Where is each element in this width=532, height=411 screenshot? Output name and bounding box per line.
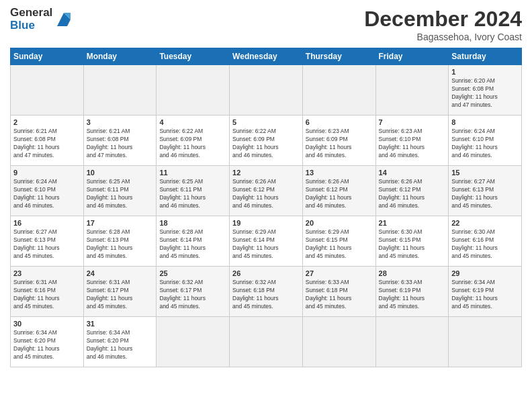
day-info: Sunrise: 6:22 AMSunset: 6:09 PMDaylight:… <box>159 128 206 158</box>
calendar-cell <box>230 65 303 116</box>
calendar-cell: 18Sunrise: 6:28 AMSunset: 6:14 PMDayligh… <box>157 216 230 267</box>
day-number: 9 <box>13 169 81 177</box>
day-number: 4 <box>159 118 226 126</box>
day-info: Sunrise: 6:32 AMSunset: 6:17 PMDaylight:… <box>159 279 206 310</box>
calendar-cell: 24Sunrise: 6:31 AMSunset: 6:17 PMDayligh… <box>83 267 157 317</box>
day-info: Sunrise: 6:32 AMSunset: 6:18 PMDaylight:… <box>232 279 279 310</box>
logo-text-general: General <box>10 7 52 19</box>
day-number: 1 <box>451 68 519 76</box>
calendar-cell: 3Sunrise: 6:21 AMSunset: 6:08 PMDaylight… <box>83 116 157 166</box>
day-number: 3 <box>87 118 154 126</box>
day-number: 19 <box>232 219 300 227</box>
day-number: 12 <box>232 169 300 177</box>
subtitle: Bagassehoa, Ivory Coast <box>364 32 522 42</box>
calendar-cell: 31Sunrise: 6:34 AMSunset: 6:20 PMDayligh… <box>83 317 157 367</box>
calendar-cell <box>375 65 449 116</box>
day-info: Sunrise: 6:29 AMSunset: 6:14 PMDaylight:… <box>232 228 279 259</box>
calendar-cell: 7Sunrise: 6:23 AMSunset: 6:10 PMDaylight… <box>375 116 449 166</box>
calendar-cell: 1Sunrise: 6:20 AMSunset: 6:08 PMDaylight… <box>449 65 522 116</box>
day-info: Sunrise: 6:31 AMSunset: 6:16 PMDaylight:… <box>13 279 60 310</box>
logo-icon <box>54 9 74 30</box>
day-number: 6 <box>306 118 373 126</box>
logo: General Blue <box>10 7 74 32</box>
calendar-header-row: Sunday Monday Tuesday Wednesday Thursday… <box>11 48 522 65</box>
calendar-cell <box>302 65 375 116</box>
calendar-week-row: 2Sunrise: 6:21 AMSunset: 6:08 PMDaylight… <box>11 116 522 166</box>
day-info: Sunrise: 6:33 AMSunset: 6:18 PMDaylight:… <box>306 279 352 310</box>
day-number: 10 <box>87 169 154 177</box>
day-number: 22 <box>451 219 519 227</box>
day-number: 24 <box>87 269 154 277</box>
col-wednesday: Wednesday <box>230 48 303 65</box>
day-info: Sunrise: 6:33 AMSunset: 6:19 PMDaylight:… <box>379 279 425 310</box>
day-info: Sunrise: 6:26 AMSunset: 6:12 PMDaylight:… <box>232 178 279 209</box>
day-info: Sunrise: 6:30 AMSunset: 6:15 PMDaylight:… <box>379 228 425 259</box>
calendar-cell: 25Sunrise: 6:32 AMSunset: 6:17 PMDayligh… <box>157 267 230 317</box>
calendar-cell: 16Sunrise: 6:27 AMSunset: 6:13 PMDayligh… <box>11 216 84 267</box>
day-number: 21 <box>379 219 446 227</box>
day-info: Sunrise: 6:20 AMSunset: 6:08 PMDaylight:… <box>451 77 498 108</box>
calendar-cell <box>449 317 522 367</box>
day-info: Sunrise: 6:34 AMSunset: 6:19 PMDaylight:… <box>451 279 498 310</box>
calendar-week-row: 9Sunrise: 6:24 AMSunset: 6:10 PMDaylight… <box>11 166 522 216</box>
calendar-cell: 17Sunrise: 6:28 AMSunset: 6:13 PMDayligh… <box>83 216 157 267</box>
day-number: 18 <box>159 219 226 227</box>
calendar-cell <box>83 65 157 116</box>
day-number: 29 <box>451 269 519 277</box>
col-sunday: Sunday <box>11 48 84 65</box>
calendar-cell: 4Sunrise: 6:22 AMSunset: 6:09 PMDaylight… <box>157 116 230 166</box>
calendar-cell: 26Sunrise: 6:32 AMSunset: 6:18 PMDayligh… <box>230 267 303 317</box>
day-info: Sunrise: 6:30 AMSunset: 6:16 PMDaylight:… <box>451 228 498 259</box>
day-number: 30 <box>13 320 81 328</box>
day-number: 13 <box>306 169 373 177</box>
calendar-cell: 9Sunrise: 6:24 AMSunset: 6:10 PMDaylight… <box>11 166 84 216</box>
day-number: 14 <box>379 169 446 177</box>
calendar-cell: 29Sunrise: 6:34 AMSunset: 6:19 PMDayligh… <box>449 267 522 317</box>
day-info: Sunrise: 6:27 AMSunset: 6:13 PMDaylight:… <box>13 228 60 259</box>
calendar-week-row: 16Sunrise: 6:27 AMSunset: 6:13 PMDayligh… <box>11 216 522 267</box>
day-number: 2 <box>13 118 81 126</box>
calendar-week-row: 1Sunrise: 6:20 AMSunset: 6:08 PMDaylight… <box>11 65 522 116</box>
day-info: Sunrise: 6:21 AMSunset: 6:08 PMDaylight:… <box>87 128 133 158</box>
day-number: 25 <box>159 269 226 277</box>
title-block: December 2024 Bagassehoa, Ivory Coast <box>364 7 522 42</box>
calendar-cell: 12Sunrise: 6:26 AMSunset: 6:12 PMDayligh… <box>230 166 303 216</box>
day-info: Sunrise: 6:22 AMSunset: 6:09 PMDaylight:… <box>232 128 279 158</box>
day-number: 31 <box>87 320 154 328</box>
day-number: 27 <box>306 269 373 277</box>
day-info: Sunrise: 6:24 AMSunset: 6:10 PMDaylight:… <box>451 128 498 158</box>
calendar-cell <box>230 317 303 367</box>
calendar-cell <box>302 317 375 367</box>
col-friday: Friday <box>375 48 449 65</box>
day-info: Sunrise: 6:21 AMSunset: 6:08 PMDaylight:… <box>13 128 60 158</box>
day-info: Sunrise: 6:23 AMSunset: 6:10 PMDaylight:… <box>379 128 425 158</box>
day-info: Sunrise: 6:27 AMSunset: 6:13 PMDaylight:… <box>451 178 498 209</box>
day-number: 11 <box>159 169 226 177</box>
day-info: Sunrise: 6:29 AMSunset: 6:15 PMDaylight:… <box>306 228 352 259</box>
day-number: 7 <box>379 118 446 126</box>
day-info: Sunrise: 6:34 AMSunset: 6:20 PMDaylight:… <box>13 329 60 360</box>
page-container: General Blue December 2024 Bagassehoa, I… <box>0 0 532 411</box>
day-info: Sunrise: 6:31 AMSunset: 6:17 PMDaylight:… <box>87 279 133 310</box>
calendar-cell: 13Sunrise: 6:26 AMSunset: 6:12 PMDayligh… <box>302 166 375 216</box>
calendar-cell: 10Sunrise: 6:25 AMSunset: 6:11 PMDayligh… <box>83 166 157 216</box>
col-tuesday: Tuesday <box>157 48 230 65</box>
calendar-cell: 20Sunrise: 6:29 AMSunset: 6:15 PMDayligh… <box>302 216 375 267</box>
calendar-cell: 23Sunrise: 6:31 AMSunset: 6:16 PMDayligh… <box>11 267 84 317</box>
day-number: 5 <box>232 118 300 126</box>
day-info: Sunrise: 6:26 AMSunset: 6:12 PMDaylight:… <box>306 178 352 209</box>
calendar-table: Sunday Monday Tuesday Wednesday Thursday… <box>10 48 522 367</box>
col-monday: Monday <box>83 48 157 65</box>
main-title: December 2024 <box>364 7 522 32</box>
day-info: Sunrise: 6:24 AMSunset: 6:10 PMDaylight:… <box>13 178 60 209</box>
day-number: 8 <box>451 118 519 126</box>
calendar-cell: 11Sunrise: 6:25 AMSunset: 6:11 PMDayligh… <box>157 166 230 216</box>
calendar-cell <box>157 317 230 367</box>
calendar-cell: 22Sunrise: 6:30 AMSunset: 6:16 PMDayligh… <box>449 216 522 267</box>
calendar-cell: 28Sunrise: 6:33 AMSunset: 6:19 PMDayligh… <box>375 267 449 317</box>
day-number: 16 <box>13 219 81 227</box>
logo-text-blue: Blue <box>10 19 52 32</box>
day-number: 23 <box>13 269 81 277</box>
col-saturday: Saturday <box>449 48 522 65</box>
calendar-cell <box>375 317 449 367</box>
